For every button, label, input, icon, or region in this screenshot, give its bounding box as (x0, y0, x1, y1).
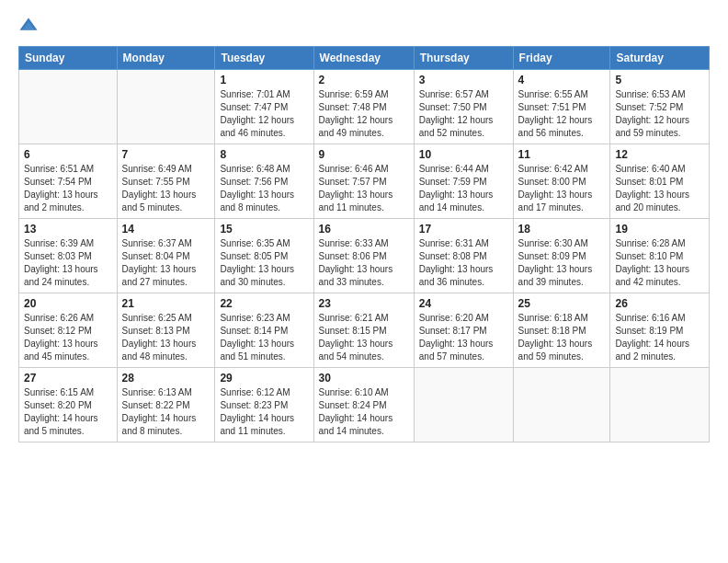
weekday-header-saturday: Saturday (610, 47, 710, 70)
day-number: 28 (122, 372, 210, 385)
day-number: 7 (122, 148, 210, 161)
day-info: Sunrise: 6:26 AM Sunset: 8:12 PM Dayligh… (24, 312, 112, 363)
calendar-table: SundayMondayTuesdayWednesdayThursdayFrid… (18, 46, 710, 442)
calendar-cell: 24Sunrise: 6:20 AM Sunset: 8:17 PM Dayli… (414, 293, 513, 368)
weekday-header-monday: Monday (117, 47, 215, 70)
day-number: 6 (24, 148, 112, 161)
calendar-cell: 28Sunrise: 6:13 AM Sunset: 8:22 PM Dayli… (117, 368, 215, 442)
calendar-cell: 25Sunrise: 6:18 AM Sunset: 8:18 PM Dayli… (513, 293, 610, 368)
calendar-week-row: 27Sunrise: 6:15 AM Sunset: 8:20 PM Dayli… (19, 368, 710, 442)
calendar-cell: 7Sunrise: 6:49 AM Sunset: 7:55 PM Daylig… (117, 144, 215, 219)
header (18, 17, 710, 37)
day-info: Sunrise: 6:33 AM Sunset: 8:06 PM Dayligh… (319, 237, 409, 289)
day-number: 9 (319, 148, 409, 161)
calendar-cell: 14Sunrise: 6:37 AM Sunset: 8:04 PM Dayli… (117, 219, 215, 293)
day-number: 5 (615, 74, 704, 86)
day-number: 23 (319, 297, 409, 310)
day-info: Sunrise: 6:46 AM Sunset: 7:57 PM Dayligh… (319, 163, 409, 214)
day-info: Sunrise: 6:25 AM Sunset: 8:13 PM Dayligh… (122, 312, 210, 363)
day-info: Sunrise: 6:53 AM Sunset: 7:52 PM Dayligh… (615, 88, 704, 140)
calendar-cell: 1Sunrise: 7:01 AM Sunset: 7:47 PM Daylig… (215, 70, 313, 144)
day-number: 19 (615, 223, 704, 236)
calendar-cell: 4Sunrise: 6:55 AM Sunset: 7:51 PM Daylig… (513, 70, 610, 144)
calendar-cell: 21Sunrise: 6:25 AM Sunset: 8:13 PM Dayli… (117, 293, 215, 368)
day-number: 17 (419, 223, 508, 236)
day-info: Sunrise: 6:21 AM Sunset: 8:15 PM Dayligh… (319, 312, 409, 363)
day-number: 11 (518, 148, 606, 161)
day-number: 15 (220, 223, 308, 236)
day-info: Sunrise: 6:28 AM Sunset: 8:10 PM Dayligh… (615, 237, 704, 289)
calendar-week-row: 1Sunrise: 7:01 AM Sunset: 7:47 PM Daylig… (19, 70, 710, 144)
day-number: 30 (319, 372, 409, 385)
calendar-cell: 17Sunrise: 6:31 AM Sunset: 8:08 PM Dayli… (414, 219, 513, 293)
calendar-cell (414, 368, 513, 442)
day-number: 8 (220, 148, 308, 161)
calendar-cell: 30Sunrise: 6:10 AM Sunset: 8:24 PM Dayli… (313, 368, 414, 442)
calendar-cell: 27Sunrise: 6:15 AM Sunset: 8:20 PM Dayli… (19, 368, 118, 442)
calendar-cell: 6Sunrise: 6:51 AM Sunset: 7:54 PM Daylig… (19, 144, 118, 219)
calendar-cell (19, 70, 118, 144)
weekday-header-sunday: Sunday (19, 47, 118, 70)
calendar-cell: 2Sunrise: 6:59 AM Sunset: 7:48 PM Daylig… (313, 70, 414, 144)
day-info: Sunrise: 6:42 AM Sunset: 8:00 PM Dayligh… (518, 163, 606, 214)
day-number: 18 (518, 223, 606, 236)
calendar-cell: 16Sunrise: 6:33 AM Sunset: 8:06 PM Dayli… (313, 219, 414, 293)
day-number: 16 (319, 223, 409, 236)
calendar-cell: 13Sunrise: 6:39 AM Sunset: 8:03 PM Dayli… (19, 219, 118, 293)
day-info: Sunrise: 6:31 AM Sunset: 8:08 PM Dayligh… (419, 237, 508, 289)
day-info: Sunrise: 6:51 AM Sunset: 7:54 PM Dayligh… (24, 163, 112, 214)
day-info: Sunrise: 6:44 AM Sunset: 7:59 PM Dayligh… (419, 163, 508, 214)
day-number: 14 (122, 223, 210, 236)
day-number: 22 (220, 297, 308, 310)
calendar-cell: 20Sunrise: 6:26 AM Sunset: 8:12 PM Dayli… (19, 293, 118, 368)
calendar-week-row: 20Sunrise: 6:26 AM Sunset: 8:12 PM Dayli… (19, 293, 710, 368)
day-number: 20 (24, 297, 112, 310)
day-info: Sunrise: 6:15 AM Sunset: 8:20 PM Dayligh… (24, 386, 112, 438)
day-number: 12 (615, 148, 704, 161)
calendar-cell: 22Sunrise: 6:23 AM Sunset: 8:14 PM Dayli… (215, 293, 313, 368)
day-info: Sunrise: 6:57 AM Sunset: 7:50 PM Dayligh… (419, 88, 508, 140)
calendar-cell: 15Sunrise: 6:35 AM Sunset: 8:05 PM Dayli… (215, 219, 313, 293)
calendar-cell: 12Sunrise: 6:40 AM Sunset: 8:01 PM Dayli… (610, 144, 710, 219)
weekday-header-wednesday: Wednesday (313, 47, 414, 70)
day-number: 29 (220, 372, 308, 385)
logo (18, 17, 42, 37)
weekday-header-tuesday: Tuesday (215, 47, 313, 70)
calendar-cell (513, 368, 610, 442)
day-number: 2 (319, 74, 409, 86)
calendar-cell: 29Sunrise: 6:12 AM Sunset: 8:23 PM Dayli… (215, 368, 313, 442)
day-info: Sunrise: 6:12 AM Sunset: 8:23 PM Dayligh… (220, 386, 308, 438)
day-info: Sunrise: 6:13 AM Sunset: 8:22 PM Dayligh… (122, 386, 210, 438)
calendar-week-row: 6Sunrise: 6:51 AM Sunset: 7:54 PM Daylig… (19, 144, 710, 219)
calendar-cell: 19Sunrise: 6:28 AM Sunset: 8:10 PM Dayli… (610, 219, 710, 293)
day-number: 24 (419, 297, 508, 310)
calendar-cell: 5Sunrise: 6:53 AM Sunset: 7:52 PM Daylig… (610, 70, 710, 144)
weekday-header-friday: Friday (513, 47, 610, 70)
day-number: 3 (419, 74, 508, 86)
day-info: Sunrise: 6:55 AM Sunset: 7:51 PM Dayligh… (518, 88, 606, 140)
day-info: Sunrise: 6:10 AM Sunset: 8:24 PM Dayligh… (319, 386, 409, 438)
day-info: Sunrise: 6:16 AM Sunset: 8:19 PM Dayligh… (615, 312, 704, 363)
day-info: Sunrise: 7:01 AM Sunset: 7:47 PM Dayligh… (220, 88, 308, 140)
day-info: Sunrise: 6:37 AM Sunset: 8:04 PM Dayligh… (122, 237, 210, 289)
calendar-cell: 23Sunrise: 6:21 AM Sunset: 8:15 PM Dayli… (313, 293, 414, 368)
day-number: 1 (220, 74, 308, 86)
day-number: 25 (518, 297, 606, 310)
day-info: Sunrise: 6:40 AM Sunset: 8:01 PM Dayligh… (615, 163, 704, 214)
calendar-cell: 26Sunrise: 6:16 AM Sunset: 8:19 PM Dayli… (610, 293, 710, 368)
day-info: Sunrise: 6:59 AM Sunset: 7:48 PM Dayligh… (319, 88, 409, 140)
day-number: 4 (518, 74, 606, 86)
calendar-cell: 11Sunrise: 6:42 AM Sunset: 8:00 PM Dayli… (513, 144, 610, 219)
day-number: 26 (615, 297, 704, 310)
day-info: Sunrise: 6:39 AM Sunset: 8:03 PM Dayligh… (24, 237, 112, 289)
day-info: Sunrise: 6:20 AM Sunset: 8:17 PM Dayligh… (419, 312, 508, 363)
calendar-cell: 18Sunrise: 6:30 AM Sunset: 8:09 PM Dayli… (513, 219, 610, 293)
day-number: 10 (419, 148, 508, 161)
logo-icon (18, 17, 39, 37)
calendar-cell: 8Sunrise: 6:48 AM Sunset: 7:56 PM Daylig… (215, 144, 313, 219)
day-number: 13 (24, 223, 112, 236)
calendar-cell (117, 70, 215, 144)
day-info: Sunrise: 6:35 AM Sunset: 8:05 PM Dayligh… (220, 237, 308, 289)
calendar-cell: 9Sunrise: 6:46 AM Sunset: 7:57 PM Daylig… (313, 144, 414, 219)
calendar-cell: 10Sunrise: 6:44 AM Sunset: 7:59 PM Dayli… (414, 144, 513, 219)
